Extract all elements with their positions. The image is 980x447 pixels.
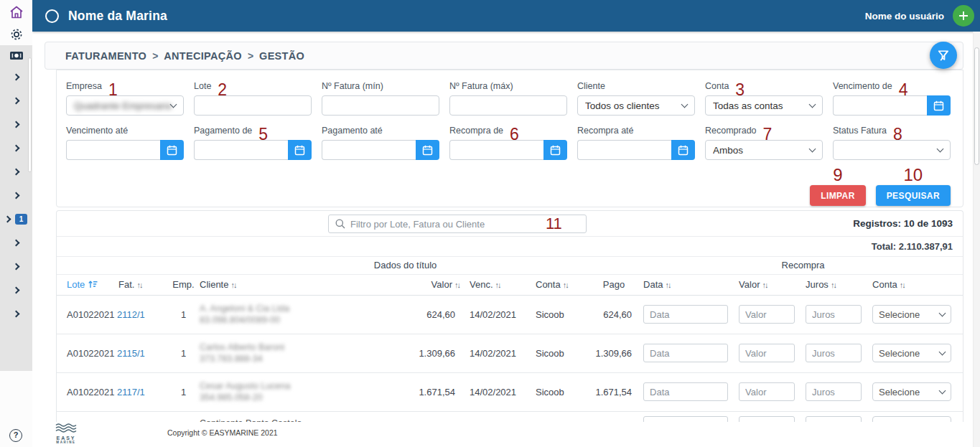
column-fat[interactable]: Fat. [117, 274, 167, 295]
total-value: Total: 2.110.387,91 [872, 241, 953, 252]
vencimento-ate-input[interactable] [66, 140, 160, 160]
filter-field-recompra-de: Recompra de6 [449, 123, 567, 160]
chevron-right-icon [13, 169, 20, 176]
chevron-down-icon [809, 100, 816, 108]
breadcrumb-faturamento[interactable]: FATURAMENTO [65, 50, 146, 62]
column-conta[interactable]: Conta [536, 274, 584, 295]
calendar-button[interactable] [416, 140, 439, 160]
top-bar: Nome da Marina Nome do usuário [32, 0, 980, 32]
status-fatura-select[interactable] [833, 140, 951, 160]
sort-icon [230, 281, 235, 289]
filter-field-fatura-max: Nº Fatura (máx) [449, 79, 567, 116]
recompra-de-input[interactable] [449, 140, 543, 160]
recompra-juros-input[interactable] [806, 344, 862, 362]
calendar-button[interactable] [160, 140, 184, 160]
fatura-min-input[interactable] [322, 95, 439, 116]
cell-pago: 1.309,66 [584, 334, 643, 372]
plus-icon [958, 10, 969, 22]
filter-field-recomprado: Recomprado7 Ambos [705, 123, 823, 160]
vertical-scrollbar[interactable] [973, 32, 980, 447]
breadcrumb-antecipacao[interactable]: ANTECIPAÇÃO [164, 50, 242, 62]
calendar-button[interactable] [927, 95, 951, 116]
fatura-link[interactable]: 2115/1 [117, 348, 145, 359]
column-valor-recompra[interactable]: Valor [739, 274, 806, 295]
recompra-data-input[interactable] [643, 344, 728, 362]
calendar-button[interactable] [671, 140, 695, 160]
pagamento-ate-input[interactable] [322, 140, 416, 160]
column-valor[interactable]: Valor [401, 274, 470, 295]
scrollbar-thumb[interactable] [974, 47, 979, 165]
pagamento-de-input[interactable] [194, 140, 288, 160]
add-button[interactable] [953, 5, 974, 27]
filter-field-vencimento-de: Vencimento de4 [833, 79, 951, 116]
column-data[interactable]: Data [643, 274, 739, 295]
recompra-conta-select[interactable]: Selecione [872, 416, 951, 423]
sidebar: 1 [0, 0, 32, 447]
clear-button[interactable]: LIMPAR [810, 185, 866, 206]
copyright-text: Copyright © EASYMARINE 2021 [167, 428, 278, 437]
sidebar-scrollbar[interactable] [28, 57, 32, 172]
recompra-data-input[interactable] [643, 382, 728, 401]
search-button[interactable]: PESQUISAR [876, 185, 951, 206]
vencimento-de-input[interactable] [833, 95, 927, 116]
sidebar-menu-item-6[interactable] [0, 184, 32, 207]
recompra-juros-input[interactable] [806, 305, 862, 324]
calendar-button[interactable] [288, 140, 312, 160]
recompra-data-input[interactable] [643, 305, 728, 324]
recompra-valor-input[interactable] [739, 344, 795, 362]
field-label: Recompra de [449, 126, 503, 136]
field-label: Status Fatura [833, 126, 887, 136]
calendar-icon [678, 145, 689, 156]
annotation-4: 4 [899, 85, 908, 94]
cell-cliente: Continente Ponta Castelo [200, 411, 401, 422]
filter-off-icon [937, 49, 951, 62]
empresa-select[interactable]: Quadrante Empresarial [66, 95, 184, 116]
column-conta-recompra[interactable]: Conta [872, 274, 963, 295]
recompra-valor-input[interactable] [739, 305, 795, 324]
cliente-select[interactable]: Todos os clientes [577, 95, 695, 116]
recompra-valor-input[interactable] [739, 382, 795, 401]
lote-input[interactable] [194, 95, 312, 116]
user-name[interactable]: Nome do usuário [865, 11, 944, 22]
recompra-juros-input[interactable] [806, 382, 862, 401]
calendar-icon [933, 100, 944, 111]
recompra-conta-select[interactable]: Selecione [872, 382, 951, 401]
sidebar-menu-item-8[interactable] [0, 231, 32, 255]
sidebar-menu-item-10[interactable] [0, 278, 32, 302]
column-juros[interactable]: Juros [806, 274, 872, 295]
recompra-data-input[interactable] [643, 416, 728, 423]
fatura-max-input[interactable] [449, 95, 567, 116]
sidebar-menu-item-11[interactable] [0, 302, 32, 326]
sidebar-home-button[interactable] [9, 5, 24, 19]
field-label: Cliente [577, 81, 605, 91]
cell-conta: Sicoob [536, 372, 584, 411]
records-count: Registros: 10 de 1093 [853, 211, 953, 237]
group-dados-do-titulo: Dados do título [167, 257, 643, 274]
fatura-link[interactable]: 2117/1 [117, 387, 145, 397]
filter-field-cliente: Cliente Todos os clientes [577, 79, 695, 116]
column-lote[interactable]: Lote [57, 274, 117, 295]
calendar-button[interactable] [543, 140, 567, 160]
recompra-valor-input[interactable] [739, 416, 795, 423]
cell-lote: A01022021 [57, 334, 117, 372]
help-icon[interactable] [9, 429, 22, 442]
recompra-juros-input[interactable] [806, 416, 862, 423]
recompra-conta-select[interactable]: Selecione [872, 344, 951, 362]
recompra-ate-input[interactable] [577, 140, 671, 160]
field-label: Vencimento até [66, 126, 128, 136]
conta-select[interactable]: Todas as contas [705, 95, 823, 116]
recompra-conta-select[interactable]: Selecione [872, 305, 951, 324]
search-icon [335, 218, 346, 230]
cell-pago: 624,60 [584, 295, 643, 334]
sidebar-menu-item-7[interactable]: 1 [0, 207, 32, 231]
sort-icon [831, 281, 836, 289]
sidebar-menu-item-9[interactable] [0, 255, 32, 278]
filter-toggle-button[interactable] [930, 42, 957, 69]
breadcrumb-gestao[interactable]: GESTÃO [259, 50, 304, 62]
column-venc[interactable]: Venc. [470, 274, 536, 295]
fatura-link[interactable]: 2112/1 [117, 309, 145, 320]
column-cliente[interactable]: Cliente [200, 274, 401, 295]
sidebar-settings-button[interactable] [9, 27, 24, 42]
chevron-right-icon [13, 192, 20, 199]
sidebar-menu: 1 [0, 45, 32, 371]
